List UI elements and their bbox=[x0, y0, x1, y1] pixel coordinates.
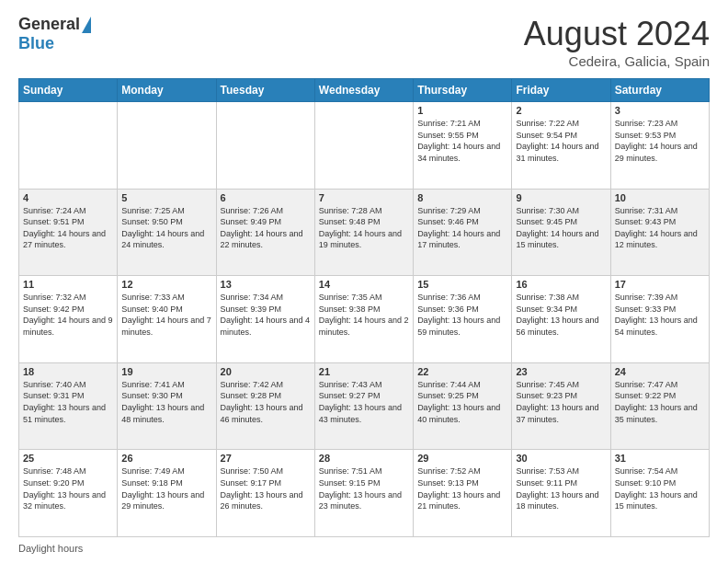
day-number: 6 bbox=[221, 192, 311, 203]
logo-text: General bbox=[18, 15, 91, 34]
day-number: 25 bbox=[23, 453, 113, 464]
calendar-cell: 5Sunrise: 7:25 AM Sunset: 9:50 PM Daylig… bbox=[118, 189, 216, 276]
day-info: Sunrise: 7:41 AM Sunset: 9:30 PM Dayligh… bbox=[121, 379, 211, 425]
day-info: Sunrise: 7:29 AM Sunset: 9:46 PM Dayligh… bbox=[417, 205, 507, 251]
weekday-header-saturday: Saturday bbox=[610, 79, 709, 102]
calendar-cell: 13Sunrise: 7:34 AM Sunset: 9:39 PM Dayli… bbox=[216, 276, 314, 363]
calendar-cell: 10Sunrise: 7:31 AM Sunset: 9:43 PM Dayli… bbox=[610, 189, 709, 276]
day-info: Sunrise: 7:23 AM Sunset: 9:53 PM Dayligh… bbox=[615, 118, 705, 164]
footer: Daylight hours bbox=[18, 543, 710, 554]
calendar-cell: 17Sunrise: 7:39 AM Sunset: 9:33 PM Dayli… bbox=[610, 276, 709, 363]
calendar-cell: 21Sunrise: 7:43 AM Sunset: 9:27 PM Dayli… bbox=[314, 362, 413, 450]
day-number: 23 bbox=[516, 366, 606, 377]
calendar-cell: 18Sunrise: 7:40 AM Sunset: 9:31 PM Dayli… bbox=[19, 362, 118, 450]
day-info: Sunrise: 7:49 AM Sunset: 9:18 PM Dayligh… bbox=[121, 465, 211, 511]
calendar-cell: 15Sunrise: 7:36 AM Sunset: 9:36 PM Dayli… bbox=[414, 276, 512, 363]
calendar-cell: 31Sunrise: 7:54 AM Sunset: 9:10 PM Dayli… bbox=[610, 450, 709, 537]
day-number: 27 bbox=[221, 453, 311, 464]
day-number: 15 bbox=[417, 279, 507, 290]
day-info: Sunrise: 7:45 AM Sunset: 9:23 PM Dayligh… bbox=[516, 379, 606, 425]
calendar-cell: 8Sunrise: 7:29 AM Sunset: 9:46 PM Daylig… bbox=[414, 189, 512, 276]
calendar-week-1: 1Sunrise: 7:21 AM Sunset: 9:55 PM Daylig… bbox=[19, 102, 710, 190]
calendar-cell: 25Sunrise: 7:48 AM Sunset: 9:20 PM Dayli… bbox=[19, 450, 118, 537]
day-info: Sunrise: 7:33 AM Sunset: 9:40 PM Dayligh… bbox=[121, 292, 211, 338]
title-block: August 2024 Cedeira, Galicia, Spain bbox=[524, 15, 710, 69]
logo: General Blue bbox=[18, 15, 91, 53]
month-title: August 2024 bbox=[524, 15, 710, 53]
day-info: Sunrise: 7:22 AM Sunset: 9:54 PM Dayligh… bbox=[516, 118, 606, 164]
day-info: Sunrise: 7:54 AM Sunset: 9:10 PM Dayligh… bbox=[615, 465, 705, 511]
calendar-cell: 24Sunrise: 7:47 AM Sunset: 9:22 PM Dayli… bbox=[610, 362, 709, 450]
day-number: 31 bbox=[615, 453, 705, 464]
day-info: Sunrise: 7:39 AM Sunset: 9:33 PM Dayligh… bbox=[615, 292, 705, 338]
calendar-cell: 27Sunrise: 7:50 AM Sunset: 9:17 PM Dayli… bbox=[216, 450, 314, 537]
calendar-cell: 28Sunrise: 7:51 AM Sunset: 9:15 PM Dayli… bbox=[314, 450, 413, 537]
day-info: Sunrise: 7:47 AM Sunset: 9:22 PM Dayligh… bbox=[615, 379, 705, 425]
logo-triangle-icon bbox=[82, 17, 91, 33]
day-number: 20 bbox=[221, 366, 311, 377]
day-info: Sunrise: 7:50 AM Sunset: 9:17 PM Dayligh… bbox=[221, 465, 311, 511]
calendar-cell: 11Sunrise: 7:32 AM Sunset: 9:42 PM Dayli… bbox=[19, 276, 118, 363]
calendar-cell bbox=[118, 102, 216, 190]
day-info: Sunrise: 7:32 AM Sunset: 9:42 PM Dayligh… bbox=[23, 292, 113, 338]
day-info: Sunrise: 7:26 AM Sunset: 9:49 PM Dayligh… bbox=[221, 205, 311, 251]
day-info: Sunrise: 7:31 AM Sunset: 9:43 PM Dayligh… bbox=[615, 205, 705, 251]
day-number: 12 bbox=[121, 279, 211, 290]
calendar-cell: 1Sunrise: 7:21 AM Sunset: 9:55 PM Daylig… bbox=[414, 102, 512, 190]
day-info: Sunrise: 7:28 AM Sunset: 9:48 PM Dayligh… bbox=[319, 205, 409, 251]
calendar-cell: 9Sunrise: 7:30 AM Sunset: 9:45 PM Daylig… bbox=[512, 189, 610, 276]
day-number: 10 bbox=[615, 192, 705, 203]
day-number: 5 bbox=[121, 192, 211, 203]
calendar-cell bbox=[19, 102, 118, 190]
day-info: Sunrise: 7:25 AM Sunset: 9:50 PM Dayligh… bbox=[121, 205, 211, 251]
day-info: Sunrise: 7:34 AM Sunset: 9:39 PM Dayligh… bbox=[221, 292, 311, 338]
calendar-cell bbox=[216, 102, 314, 190]
day-number: 17 bbox=[615, 279, 705, 290]
day-number: 24 bbox=[615, 366, 705, 377]
calendar-cell: 3Sunrise: 7:23 AM Sunset: 9:53 PM Daylig… bbox=[610, 102, 709, 190]
calendar-cell: 14Sunrise: 7:35 AM Sunset: 9:38 PM Dayli… bbox=[314, 276, 413, 363]
calendar-cell: 16Sunrise: 7:38 AM Sunset: 9:34 PM Dayli… bbox=[512, 276, 610, 363]
day-number: 29 bbox=[417, 453, 507, 464]
day-number: 26 bbox=[121, 453, 211, 464]
day-number: 4 bbox=[23, 192, 113, 203]
calendar-cell: 19Sunrise: 7:41 AM Sunset: 9:30 PM Dayli… bbox=[118, 362, 216, 450]
day-number: 21 bbox=[319, 366, 409, 377]
day-info: Sunrise: 7:51 AM Sunset: 9:15 PM Dayligh… bbox=[319, 465, 409, 511]
day-info: Sunrise: 7:24 AM Sunset: 9:51 PM Dayligh… bbox=[23, 205, 113, 251]
page: General Blue August 2024 Cedeira, Galici… bbox=[0, 0, 728, 563]
day-number: 2 bbox=[516, 105, 606, 116]
day-number: 16 bbox=[516, 279, 606, 290]
day-info: Sunrise: 7:42 AM Sunset: 9:28 PM Dayligh… bbox=[221, 379, 311, 425]
day-number: 3 bbox=[615, 105, 705, 116]
calendar-cell: 23Sunrise: 7:45 AM Sunset: 9:23 PM Dayli… bbox=[512, 362, 610, 450]
day-number: 13 bbox=[221, 279, 311, 290]
logo-general: General bbox=[18, 15, 80, 34]
calendar-cell: 22Sunrise: 7:44 AM Sunset: 9:25 PM Dayli… bbox=[414, 362, 512, 450]
day-info: Sunrise: 7:52 AM Sunset: 9:13 PM Dayligh… bbox=[417, 465, 507, 511]
weekday-header-row: SundayMondayTuesdayWednesdayThursdayFrid… bbox=[19, 79, 710, 102]
calendar-week-4: 18Sunrise: 7:40 AM Sunset: 9:31 PM Dayli… bbox=[19, 362, 710, 450]
day-number: 14 bbox=[319, 279, 409, 290]
weekday-header-sunday: Sunday bbox=[19, 79, 118, 102]
day-number: 7 bbox=[319, 192, 409, 203]
calendar-cell: 20Sunrise: 7:42 AM Sunset: 9:28 PM Dayli… bbox=[216, 362, 314, 450]
calendar-table: SundayMondayTuesdayWednesdayThursdayFrid… bbox=[18, 78, 710, 537]
weekday-header-monday: Monday bbox=[118, 79, 216, 102]
day-info: Sunrise: 7:48 AM Sunset: 9:20 PM Dayligh… bbox=[23, 465, 113, 511]
day-info: Sunrise: 7:44 AM Sunset: 9:25 PM Dayligh… bbox=[417, 379, 507, 425]
day-number: 19 bbox=[121, 366, 211, 377]
daylight-label: Daylight hours bbox=[18, 543, 83, 554]
day-number: 9 bbox=[516, 192, 606, 203]
day-info: Sunrise: 7:30 AM Sunset: 9:45 PM Dayligh… bbox=[516, 205, 606, 251]
calendar-cell: 2Sunrise: 7:22 AM Sunset: 9:54 PM Daylig… bbox=[512, 102, 610, 190]
calendar-week-2: 4Sunrise: 7:24 AM Sunset: 9:51 PM Daylig… bbox=[19, 189, 710, 276]
day-info: Sunrise: 7:21 AM Sunset: 9:55 PM Dayligh… bbox=[417, 118, 507, 164]
day-number: 1 bbox=[417, 105, 507, 116]
day-info: Sunrise: 7:38 AM Sunset: 9:34 PM Dayligh… bbox=[516, 292, 606, 338]
calendar-week-5: 25Sunrise: 7:48 AM Sunset: 9:20 PM Dayli… bbox=[19, 450, 710, 537]
day-info: Sunrise: 7:40 AM Sunset: 9:31 PM Dayligh… bbox=[23, 379, 113, 425]
day-info: Sunrise: 7:43 AM Sunset: 9:27 PM Dayligh… bbox=[319, 379, 409, 425]
day-number: 8 bbox=[417, 192, 507, 203]
calendar-cell: 7Sunrise: 7:28 AM Sunset: 9:48 PM Daylig… bbox=[314, 189, 413, 276]
